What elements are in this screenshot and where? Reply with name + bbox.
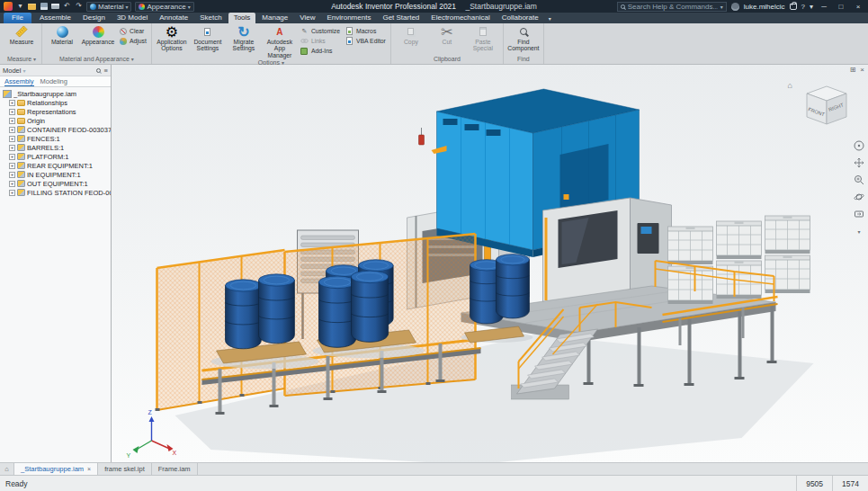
tab-design[interactable]: Design (77, 13, 111, 23)
open-icon[interactable] (28, 2, 36, 11)
tree-item-container[interactable]: + CONTAINER FEOD-00303735:1 (0, 125, 111, 134)
tab-file[interactable]: File (4, 13, 31, 23)
expander-icon[interactable]: + (9, 145, 15, 151)
look-at-icon[interactable] (854, 209, 864, 219)
addins-button[interactable]: Add-Ins (299, 47, 342, 55)
migrate-settings-button[interactable]: ↻ Migrate Settings (227, 24, 261, 59)
expander-icon[interactable]: + (9, 154, 15, 160)
macros-button[interactable]: Macros (344, 27, 388, 35)
expander-icon[interactable]: + (9, 190, 15, 196)
tree-item-relationships[interactable]: + Relationships (0, 98, 111, 107)
pan-icon[interactable] (854, 157, 864, 168)
appearance-button[interactable]: Appearance (81, 24, 115, 54)
tab-annotate[interactable]: Annotate (154, 13, 193, 23)
clear-icon (119, 27, 127, 35)
measure-button[interactable]: Measure (4, 24, 39, 54)
help-dropdown-icon[interactable]: ▾ (810, 3, 813, 11)
help-search-input[interactable]: Search Help & Commands... ▾ (617, 2, 727, 12)
browser-menu-icon[interactable]: ≡ (104, 67, 108, 75)
redo-icon[interactable]: ↷ (75, 2, 83, 11)
expander-icon[interactable]: + (9, 136, 15, 142)
expander-icon[interactable]: + (9, 100, 15, 106)
tab-assembly[interactable]: Assembly (4, 77, 34, 85)
tab-get-started[interactable]: Get Started (377, 13, 425, 23)
appearance-dropdown[interactable]: Appearance ▾ (135, 2, 193, 12)
expander-icon[interactable]: + (9, 181, 15, 187)
tab-close-icon[interactable]: × (87, 466, 91, 472)
view-cube[interactable]: ⌂ FRONT RIGHT (788, 81, 857, 133)
navbar-more-icon[interactable]: ▾ (854, 226, 864, 237)
tab-sketch[interactable]: Sketch (194, 13, 227, 23)
viewport-restore-icon[interactable]: ⊞ (850, 66, 856, 74)
tree-item-filling-station[interactable]: + FILLING STATION FEOD-00303879:1 (0, 188, 111, 197)
browser-search-icon[interactable] (96, 68, 101, 73)
material-dropdown[interactable]: Material ▾ (86, 2, 131, 12)
expander-icon[interactable]: + (9, 118, 15, 124)
tab-overflow-icon[interactable]: ▾ (545, 15, 555, 23)
find-component-button[interactable]: Find Component (506, 24, 541, 54)
close-button[interactable]: × (852, 3, 864, 11)
undo-icon[interactable]: ↶ (63, 2, 71, 11)
doc-tab-frame[interactable]: Frame.iam (152, 463, 198, 475)
expander-icon[interactable]: + (9, 109, 15, 115)
tab-electromechanical[interactable]: Electromechanical (425, 13, 495, 23)
user-name[interactable]: luke.mihelcic (744, 3, 785, 11)
tab-assemble[interactable]: Assemble (34, 13, 76, 23)
browser-title[interactable]: Model (3, 67, 21, 75)
customize-button[interactable]: ✎ Customize (299, 27, 342, 35)
tree-item-platform[interactable]: + PLATFORM:1 (0, 152, 111, 161)
home-tab-icon[interactable]: ⌂ (0, 463, 14, 475)
tree-item-in-equipment[interactable]: + IN EQUIPMENT:1 (0, 170, 111, 179)
zoom-icon[interactable] (854, 174, 864, 185)
tab-modeling[interactable]: Modeling (40, 77, 67, 85)
group-find: Find Component Find (504, 23, 544, 64)
tree-item-out-equipment[interactable]: + OUT EQUIPMENT:1 (0, 179, 111, 188)
group-label-measure[interactable]: Measure▾ (2, 54, 41, 64)
tree-item-barrels[interactable]: + BARRELS:1 (0, 143, 111, 152)
clear-button[interactable]: Clear (117, 27, 148, 35)
app-store-icon[interactable] (790, 4, 797, 10)
chevron-down-icon[interactable]: ▾ (22, 67, 25, 74)
tree-item-rear-equipment[interactable]: + REAR EQUIPMENT:1 (0, 161, 111, 170)
navigation-wheel-icon[interactable] (854, 140, 864, 151)
tab-view[interactable]: View (294, 13, 320, 23)
tree-item-fences[interactable]: + FENCES:1 (0, 134, 111, 143)
tab-environments[interactable]: Environments (321, 13, 376, 23)
chevron-down-icon: ▾ (33, 56, 36, 62)
print-icon[interactable] (51, 2, 59, 11)
group-label-material[interactable]: Material and Appearance▾ (42, 54, 151, 64)
material-button[interactable]: Material (45, 24, 79, 54)
browser-tabs: Assembly Modeling (0, 76, 111, 87)
tree-item-root[interactable]: _Startbaugruppe.iam (0, 89, 111, 98)
app-manager-button[interactable]: A Autodesk App Manager (263, 24, 297, 59)
adjust-button[interactable]: Adjust (117, 37, 148, 45)
orbit-icon[interactable] (854, 192, 864, 202)
tab-3d-model[interactable]: 3D Model (112, 13, 153, 23)
expander-icon[interactable]: + (9, 163, 15, 169)
vba-editor-button[interactable]: VBA Editor (344, 37, 388, 45)
title-bar-right: Search Help & Commands... ▾ luke.mihelci… (617, 2, 864, 12)
viewport-close-icon[interactable]: × (860, 66, 864, 74)
avatar[interactable] (731, 3, 739, 11)
3d-scene[interactable]: Z X Y (112, 65, 868, 462)
chevron-down-icon: ▾ (131, 56, 134, 62)
tree-item-origin[interactable]: + Origin (0, 116, 111, 125)
tab-tools[interactable]: Tools (228, 13, 256, 23)
viewport[interactable]: Z X Y ⊞ × ⌂ FRONT RIGHT (112, 65, 868, 462)
doc-tab-frame-skel[interactable]: frame skel.ipt (98, 463, 152, 475)
save-icon[interactable] (40, 2, 48, 11)
minimize-button[interactable]: ─ (818, 3, 830, 11)
document-settings-button[interactable]: Document Settings (191, 24, 225, 59)
tree-item-representations[interactable]: + Representations (0, 107, 111, 116)
help-icon[interactable]: ? (801, 3, 805, 11)
home-icon[interactable]: ⌂ (788, 81, 792, 90)
maximize-button[interactable]: □ (835, 3, 847, 11)
app-menu-dropdown-icon[interactable]: ▾ (16, 2, 24, 11)
expander-icon[interactable]: + (9, 172, 15, 178)
expander-icon[interactable]: + (9, 127, 15, 133)
application-options-button[interactable]: ⚙ Application Options (155, 24, 189, 59)
doc-tab-startbaugruppe[interactable]: _Startbaugruppe.iam × (14, 463, 98, 475)
tab-manage[interactable]: Manage (256, 13, 293, 23)
inventor-logo-icon[interactable] (4, 2, 13, 11)
tab-collaborate[interactable]: Collaborate (497, 13, 544, 23)
